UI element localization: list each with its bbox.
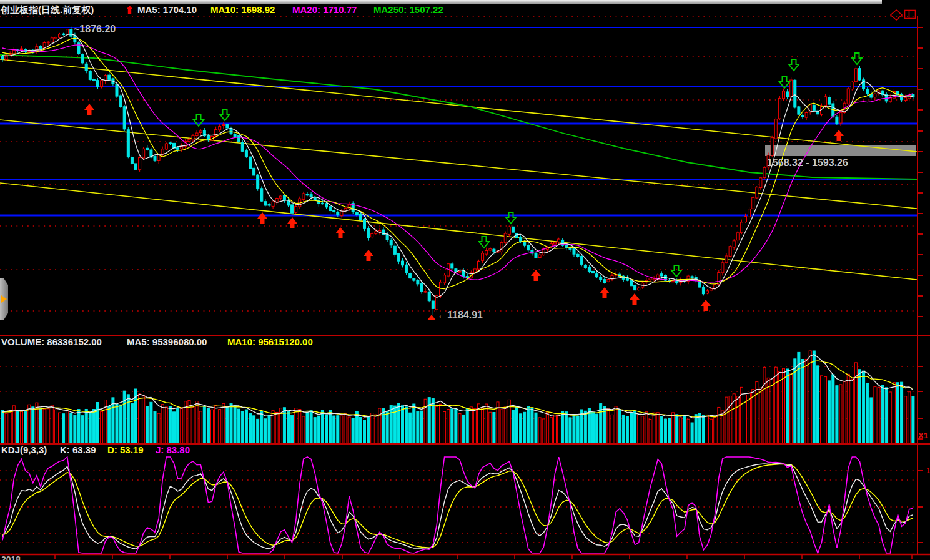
- volume-bar-chart[interactable]: [0, 347, 917, 443]
- volume-ma10-value: MA10: 95615120.00: [227, 336, 313, 347]
- gap-range-label: 1568.32 - 1593.26: [767, 157, 848, 169]
- kdj-scale-partial-label: 1: [926, 466, 930, 475]
- expand-arrow-icon: [1, 295, 7, 303]
- low-price-label: ←1184.91: [437, 310, 483, 321]
- ma10-value: MA10: 1698.92: [210, 4, 275, 15]
- up-trend-arrow-icon: [126, 5, 134, 14]
- sidebar-expand-tab[interactable]: [0, 278, 8, 320]
- volume-scale-label: X1: [918, 431, 928, 440]
- date-axis-year-label: 2018: [1, 554, 21, 560]
- ma5-value: MA5: 1704.10: [137, 4, 197, 15]
- volume-ma5-value: MA5: 95396080.00: [127, 336, 207, 347]
- instrument-title: 创业板指(日线.前复权): [1, 4, 94, 15]
- kdj-line-chart[interactable]: [0, 445, 917, 554]
- high-price-label: ~1876.20: [74, 24, 116, 35]
- trading-app-window: 创业板指(日线.前复权) MA5: 1704.10 MA10: 1698.92 …: [0, 0, 930, 560]
- ma250-value: MA250: 1507.22: [373, 4, 443, 15]
- ma20-value: MA20: 1710.77: [292, 4, 357, 15]
- volume-value: VOLUME: 86336152.00: [1, 336, 102, 347]
- window-top-strip: [0, 0, 882, 4]
- main-candlestick-chart[interactable]: [0, 16, 917, 335]
